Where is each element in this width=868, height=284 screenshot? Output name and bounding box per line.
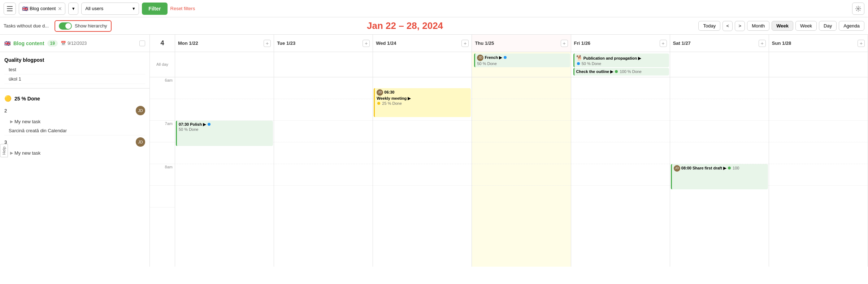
- day-header-wed[interactable]: Wed 1/24 +: [373, 35, 472, 52]
- time-cell: [472, 164, 570, 186]
- list-item[interactable]: ▶ My new task: [4, 117, 145, 126]
- time-cell: [472, 186, 570, 207]
- project-date: 📅 9/12/2023: [61, 41, 87, 46]
- event-time: 06:30: [384, 90, 394, 94]
- tasks-without-label: Tasks without due d...: [4, 23, 49, 29]
- next-nav-button[interactable]: >: [735, 21, 745, 31]
- blue-dot-icon: [577, 62, 580, 65]
- event-french[interactable]: JD French ▶ 50 % Done: [474, 53, 570, 67]
- calendar-icon: 📅: [61, 41, 66, 46]
- today-button[interactable]: Today: [698, 21, 720, 31]
- blue-dot-icon: [504, 56, 507, 59]
- add-event-sun-button[interactable]: +: [858, 40, 865, 47]
- time-cell: [571, 142, 670, 164]
- time-slot-730: [150, 142, 175, 164]
- add-event-thu-button[interactable]: +: [561, 40, 568, 47]
- event-title: Share first draft ▶: [693, 166, 727, 170]
- time-cell: [670, 77, 769, 99]
- day-header-fri[interactable]: Fri 1/26 +: [571, 35, 670, 52]
- gear-icon: [855, 6, 861, 12]
- agenda-view-button[interactable]: Agenda: [839, 21, 864, 31]
- task-group-quality: Quality blogpost test úkol 1: [0, 52, 149, 87]
- project-name[interactable]: Blog content: [13, 40, 44, 46]
- time-slot-630: [150, 99, 175, 121]
- add-event-mon-button[interactable]: +: [264, 40, 271, 47]
- project-checkbox[interactable]: [139, 40, 145, 46]
- time-cell: [373, 99, 472, 121]
- time-labels: 6am 7am 8am: [150, 77, 175, 267]
- day-view-button[interactable]: Day: [819, 21, 837, 31]
- day-label: Sat 1/27: [673, 40, 691, 46]
- day-header-sat[interactable]: Sat 1/27 +: [670, 35, 769, 52]
- time-cell: [274, 186, 373, 207]
- allday-cell-thu: JD French ▶ 50 % Done: [472, 52, 571, 77]
- help-tab[interactable]: Help: [0, 144, 8, 158]
- task-group-quality-header[interactable]: Quality blogpost: [4, 55, 145, 65]
- left-panel: 🇬🇧 Blog content 19 📅 9/12/2023 Quality b…: [0, 35, 150, 267]
- prev-nav-button[interactable]: <: [722, 21, 733, 31]
- filter-button[interactable]: Filter: [142, 3, 167, 15]
- add-event-fri-button[interactable]: +: [660, 40, 667, 47]
- show-hierarchy-label: Show hierarchy: [75, 23, 107, 29]
- day-col-fri: [571, 77, 670, 267]
- task-group-25-done: 🟡 25 % Done 2 JD ▶ My new task Sarcină c…: [0, 90, 149, 160]
- nav-controls: Today < > Month Week Week Day Agenda: [698, 21, 864, 31]
- day-header-tue[interactable]: Tue 1/23 +: [274, 35, 373, 52]
- time-cell: [373, 164, 472, 186]
- month-view-button[interactable]: Month: [747, 21, 769, 31]
- task-group-25-done-header[interactable]: 🟡 25 % Done: [4, 93, 145, 104]
- allday-cell-wed: [373, 52, 472, 77]
- person-avatar-icon: JD: [477, 55, 483, 61]
- week-number-gutter: 4: [150, 35, 175, 52]
- day-col-sat: JD 08:00 Share first draft ▶ 100: [670, 77, 769, 267]
- day-header-thu[interactable]: Thu 1/25 +: [472, 35, 571, 52]
- reset-filters-link[interactable]: Reset filters: [170, 6, 195, 11]
- week-view-button[interactable]: Week: [772, 21, 793, 31]
- day-label: Mon 1/22: [178, 40, 198, 46]
- hamburger-button[interactable]: [4, 3, 16, 15]
- filter-tag-close-icon[interactable]: ✕: [58, 6, 62, 12]
- list-item[interactable]: 3 JD: [4, 135, 145, 149]
- day-header-mon[interactable]: Mon 1/22 +: [175, 35, 274, 52]
- allday-cell-mon: [175, 52, 274, 77]
- time-cell: [571, 77, 670, 99]
- list-item[interactable]: 2 JD: [4, 104, 145, 117]
- event-status: 100 % Done: [620, 69, 642, 74]
- hamburger-icon: [7, 6, 13, 11]
- day-col-thu: [472, 77, 571, 267]
- allday-cell-fri: 🐕 Publication and propagation ▶ 50 % Don…: [571, 52, 670, 77]
- time-cell: [472, 77, 570, 99]
- add-event-sat-button[interactable]: +: [759, 40, 766, 47]
- event-status: 50 % Done: [179, 127, 198, 132]
- list-item[interactable]: test: [4, 65, 145, 74]
- green-dot-icon: [728, 167, 731, 169]
- green-dot-icon: [615, 70, 618, 73]
- time-slot-8am: 8am: [150, 164, 175, 186]
- filter-tag-blog-content[interactable]: 🇬🇧 Blog content ✕: [19, 3, 65, 15]
- filter-tag-dropdown[interactable]: ▾: [68, 3, 78, 15]
- time-cell: [175, 77, 274, 99]
- show-hierarchy-toggle[interactable]: [59, 22, 72, 30]
- event-publication[interactable]: 🐕 Publication and propagation ▶ 50 % Don…: [573, 53, 669, 67]
- day-columns: 07:30 Polish ▶ 50 % Done: [175, 77, 868, 267]
- time-cell: 07:30 Polish ▶ 50 % Done: [175, 121, 274, 142]
- time-cell: [769, 77, 868, 99]
- time-cell: [769, 99, 868, 121]
- event-check-outline[interactable]: Check the outline ▶ 100 % Done: [573, 68, 669, 75]
- users-dropdown[interactable]: All users ▾: [81, 3, 139, 15]
- list-item[interactable]: úkol 1: [4, 74, 145, 84]
- settings-button[interactable]: [852, 3, 864, 15]
- users-dropdown-label: All users: [85, 6, 130, 11]
- day-label: Tue 1/23: [277, 40, 295, 46]
- day-col-sun: [769, 77, 868, 267]
- day-header-sun[interactable]: Sun 1/28 +: [769, 35, 868, 52]
- add-event-tue-button[interactable]: +: [363, 40, 370, 47]
- add-event-wed-button[interactable]: +: [461, 40, 469, 47]
- list-item[interactable]: Sarcină creată din Calendar: [4, 126, 145, 135]
- time-slot-7am: 7am: [150, 121, 175, 142]
- event-status: 100: [733, 166, 739, 170]
- week2-view-button[interactable]: Week: [795, 21, 817, 31]
- task-count-badge: 19: [47, 40, 58, 47]
- event-title: Publication and propagation ▶: [583, 56, 641, 60]
- list-item[interactable]: ▶ My new task: [4, 149, 145, 158]
